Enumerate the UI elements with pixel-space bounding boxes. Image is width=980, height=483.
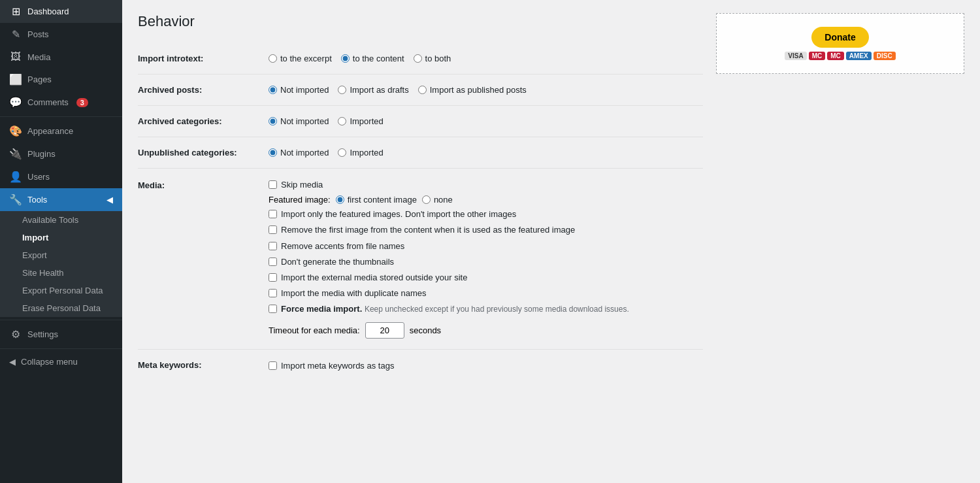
- meta-keywords-text: Import meta keywords as tags: [281, 360, 394, 372]
- radio-imported-uc[interactable]: Imported: [338, 148, 383, 158]
- radio-none-fi[interactable]: none: [422, 195, 453, 205]
- radio-import-drafts-label: Import as drafts: [350, 85, 408, 95]
- meta-keywords-checkbox[interactable]: [269, 361, 277, 370]
- submenu-import[interactable]: Import: [0, 229, 122, 246]
- sidebar-item-media[interactable]: 🖼 Media: [0, 46, 122, 68]
- settings-icon: ⚙: [9, 328, 22, 341]
- sidebar-item-plugins[interactable]: 🔌 Plugins: [0, 142, 122, 165]
- radio-none-fi-label: none: [434, 195, 453, 205]
- force-import-note: Keep unchecked except if you had previou…: [365, 305, 629, 314]
- radio-not-imported-ap-input[interactable]: [269, 86, 277, 94]
- radio-first-content-image[interactable]: first content image: [336, 195, 417, 205]
- remove-accents-label[interactable]: Remove accents from file names: [269, 241, 703, 252]
- radio-import-drafts[interactable]: Import as drafts: [338, 85, 408, 95]
- media-options: Skip media Featured image: first content…: [269, 169, 703, 350]
- sidebar-item-pages[interactable]: ⬜ Pages: [0, 68, 122, 91]
- sidebar-item-settings[interactable]: ⚙ Settings: [0, 323, 122, 346]
- sidebar-item-posts[interactable]: ✎ Posts: [0, 23, 122, 46]
- force-import-label[interactable]: Force media import. Keep unchecked excep…: [269, 303, 703, 315]
- submenu-available-tools[interactable]: Available Tools: [0, 211, 122, 229]
- radio-to-both[interactable]: to both: [414, 54, 451, 63]
- submenu-erase-personal-data[interactable]: Erase Personal Data: [0, 299, 122, 317]
- sidebar-item-label: Dashboard: [27, 7, 69, 16]
- sidebar-item-label: Settings: [27, 329, 58, 339]
- sidebar-item-comments[interactable]: 💬 Comments 3: [0, 91, 122, 114]
- radio-to-excerpt[interactable]: to the excerpt: [269, 54, 332, 63]
- radio-not-imported-ap-label: Not imported: [280, 85, 329, 95]
- remove-first-image-label[interactable]: Remove the first image from the content …: [269, 224, 703, 236]
- sidebar-widget: Donate VISA MC MC AMEX DISC: [716, 13, 964, 386]
- remove-first-image-checkbox[interactable]: [269, 225, 277, 234]
- radio-to-content-input[interactable]: [341, 54, 350, 63]
- remove-accents-checkbox[interactable]: [269, 242, 277, 250]
- collapse-menu-button[interactable]: ◀ Collapse menu: [0, 352, 122, 372]
- timeout-input[interactable]: [365, 322, 404, 339]
- page-title: Behavior: [138, 13, 703, 30]
- main-content-area: Behavior Import introtext: to the excerp…: [122, 0, 980, 483]
- radio-to-excerpt-label: to the excerpt: [280, 54, 332, 63]
- skip-media-label[interactable]: Skip media: [269, 179, 703, 191]
- sidebar-item-users[interactable]: 👤 Users: [0, 165, 122, 188]
- radio-not-imported-ap[interactable]: Not imported: [269, 85, 329, 95]
- donate-box: Donate VISA MC MC AMEX DISC: [716, 13, 964, 74]
- radio-imported-ac-input[interactable]: [338, 117, 346, 125]
- no-thumbnails-label[interactable]: Don't generate the thumbnails: [269, 256, 703, 268]
- radio-to-content[interactable]: to the content: [341, 54, 404, 63]
- media-row: Media: Skip media Featured image:: [138, 169, 703, 350]
- meta-keywords-options: Import meta keywords as tags: [269, 349, 703, 386]
- archived-categories-label: Archived categories:: [138, 106, 269, 137]
- import-only-featured-label[interactable]: Import only the featured images. Don't i…: [269, 208, 703, 220]
- collapse-icon: ◀: [9, 357, 16, 367]
- import-duplicate-label[interactable]: Import the media with duplicate names: [269, 288, 703, 299]
- donate-button[interactable]: Donate: [811, 27, 868, 48]
- sidebar: ⊞ Dashboard ✎ Posts 🖼 Media ⬜ Pages 💬 Co…: [0, 0, 122, 483]
- radio-import-drafts-input[interactable]: [338, 86, 346, 94]
- radio-import-published-input[interactable]: [418, 86, 427, 94]
- sidebar-item-dashboard[interactable]: ⊞ Dashboard: [0, 0, 122, 23]
- sidebar-item-label: Media: [27, 52, 50, 62]
- radio-not-imported-uc-input[interactable]: [269, 148, 277, 157]
- import-external-checkbox[interactable]: [269, 273, 277, 282]
- radio-not-imported-ac[interactable]: Not imported: [269, 116, 329, 126]
- import-only-featured-checkbox[interactable]: [269, 210, 277, 218]
- archived-categories-options: Not imported Imported: [269, 106, 703, 137]
- radio-first-content-image-label: first content image: [348, 195, 417, 205]
- submenu-export-personal-data[interactable]: Export Personal Data: [0, 282, 122, 299]
- radio-to-both-input[interactable]: [414, 54, 422, 63]
- sidebar-item-appearance[interactable]: 🎨 Appearance: [0, 120, 122, 142]
- tools-icon: 🔧: [9, 193, 22, 206]
- radio-not-imported-uc[interactable]: Not imported: [269, 148, 329, 158]
- radio-import-published[interactable]: Import as published posts: [418, 85, 527, 95]
- timeout-row: Timeout for each media: seconds: [269, 322, 703, 339]
- donate-cards: VISA MC MC AMEX DISC: [730, 52, 951, 60]
- radio-to-excerpt-input[interactable]: [269, 54, 277, 63]
- import-external-label[interactable]: Import the external media stored outside…: [269, 272, 703, 284]
- featured-image-row: Featured image: first content image none: [269, 195, 703, 205]
- no-thumbnails-checkbox[interactable]: [269, 258, 277, 266]
- mc-debit-card: MC: [827, 52, 844, 60]
- comments-badge: 3: [76, 98, 88, 107]
- submenu-site-health[interactable]: Site Health: [0, 264, 122, 282]
- import-introtext-row: Import introtext: to the excerpt to the …: [138, 43, 703, 75]
- sidebar-item-label: Posts: [27, 29, 49, 39]
- radio-imported-ac[interactable]: Imported: [338, 116, 383, 126]
- radio-not-imported-ac-input[interactable]: [269, 117, 277, 125]
- radio-first-content-image-input[interactable]: [336, 195, 344, 204]
- radio-none-fi-input[interactable]: [422, 195, 431, 204]
- sidebar-item-tools[interactable]: 🔧 Tools ◀: [0, 188, 122, 211]
- skip-media-checkbox[interactable]: [269, 180, 277, 189]
- media-label: Media:: [138, 169, 269, 350]
- radio-imported-ac-label: Imported: [350, 116, 383, 126]
- radio-to-both-label: to both: [425, 54, 451, 63]
- import-duplicate-checkbox[interactable]: [269, 289, 277, 297]
- submenu-export[interactable]: Export: [0, 246, 122, 264]
- main-form: Behavior Import introtext: to the excerp…: [138, 13, 703, 386]
- archived-posts-radio-group: Not imported Import as drafts Import as …: [269, 85, 703, 95]
- radio-imported-uc-input[interactable]: [338, 148, 346, 157]
- visa-card: VISA: [785, 52, 806, 60]
- tools-arrow: ◀: [106, 195, 113, 205]
- mc-card: MC: [809, 52, 826, 60]
- force-import-checkbox[interactable]: [269, 305, 277, 313]
- meta-keywords-row: Meta keywords: Import meta keywords as t…: [138, 349, 703, 386]
- meta-keywords-checkbox-label[interactable]: Import meta keywords as tags: [269, 360, 703, 372]
